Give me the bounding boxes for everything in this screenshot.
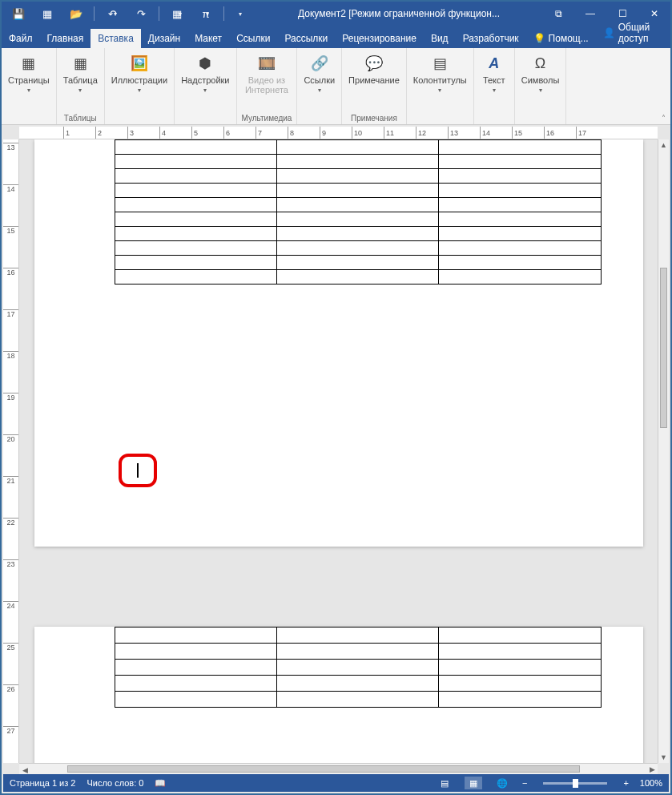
table-cell[interactable] bbox=[276, 270, 438, 285]
qat-customize-button[interactable]: ▾ bbox=[228, 2, 256, 26]
table-cell[interactable] bbox=[115, 198, 276, 212]
document-table-2[interactable] bbox=[115, 627, 602, 708]
tab-references[interactable]: Ссылки bbox=[229, 29, 277, 48]
scroll-thumb[interactable] bbox=[660, 268, 667, 428]
table-cell[interactable] bbox=[439, 676, 601, 692]
header-footer-button[interactable]: ▤ Колонтитулы▾ bbox=[412, 51, 469, 95]
tab-layout[interactable]: Макет bbox=[187, 29, 229, 48]
tab-insert[interactable]: Вставка bbox=[91, 29, 141, 48]
table-cell[interactable] bbox=[115, 140, 276, 155]
tab-review[interactable]: Рецензирование bbox=[335, 29, 424, 48]
table-cell[interactable] bbox=[115, 676, 276, 692]
tell-me-button[interactable]: 💡Помощ... bbox=[526, 29, 596, 48]
spell-check-icon[interactable]: 📖 bbox=[155, 778, 166, 789]
web-layout-button[interactable]: 🌐 bbox=[493, 777, 511, 789]
read-mode-button[interactable]: ▤ bbox=[436, 777, 453, 789]
scroll-up-button[interactable]: ▲ bbox=[658, 139, 669, 151]
illustrations-button[interactable]: 🖼️ Иллюстрации▾ bbox=[110, 51, 169, 95]
word-count-status[interactable]: Число слов: 0 bbox=[87, 778, 143, 788]
table-cell[interactable] bbox=[439, 660, 601, 676]
insert-table-qat-button[interactable]: ▦▾ bbox=[163, 2, 191, 26]
tab-home[interactable]: Главная bbox=[40, 29, 91, 48]
table-cell[interactable] bbox=[276, 256, 438, 270]
text-button[interactable]: A Текст▾ bbox=[479, 51, 509, 95]
vertical-ruler[interactable]: 131415161718192021222324252627 bbox=[3, 139, 19, 763]
table-cell[interactable] bbox=[115, 212, 276, 227]
tab-mailings[interactable]: Рассылки bbox=[277, 29, 335, 48]
table-cell[interactable] bbox=[115, 644, 276, 660]
table-cell[interactable] bbox=[439, 628, 601, 644]
table-cell[interactable] bbox=[439, 140, 601, 155]
table-cell[interactable] bbox=[276, 241, 438, 256]
open-button[interactable]: 📂 bbox=[62, 2, 90, 26]
zoom-out-button[interactable]: − bbox=[522, 778, 527, 788]
table-cell[interactable] bbox=[276, 212, 438, 227]
table-cell[interactable] bbox=[276, 628, 438, 644]
redo-button[interactable]: ↷ bbox=[127, 2, 155, 26]
table-cell[interactable] bbox=[276, 227, 438, 241]
document-page-1[interactable] bbox=[34, 139, 643, 547]
table-cell[interactable] bbox=[115, 227, 276, 241]
table-cell[interactable] bbox=[276, 692, 438, 708]
vertical-scrollbar[interactable]: ▲ ▼ bbox=[658, 139, 669, 763]
table-cell[interactable] bbox=[439, 155, 601, 169]
tab-file[interactable]: Файл bbox=[2, 29, 40, 48]
table-cell[interactable] bbox=[439, 198, 601, 212]
table-cell[interactable] bbox=[439, 184, 601, 198]
table-cell[interactable] bbox=[276, 660, 438, 676]
table-cell[interactable] bbox=[439, 241, 601, 256]
table-cell[interactable] bbox=[276, 155, 438, 169]
document-table-1[interactable] bbox=[115, 139, 602, 285]
table-cell[interactable] bbox=[276, 140, 438, 155]
pages-button[interactable]: ▦ Страницы▾ bbox=[6, 51, 51, 95]
table-cell[interactable] bbox=[439, 692, 601, 708]
horizontal-ruler[interactable]: 1234567891011121314151617 bbox=[19, 127, 658, 139]
comment-button[interactable]: 💬 Примечание bbox=[347, 51, 401, 87]
scroll-down-button[interactable]: ▼ bbox=[658, 752, 669, 763]
table-cell[interactable] bbox=[115, 169, 276, 184]
table-cell[interactable] bbox=[115, 184, 276, 198]
document-page-2[interactable] bbox=[34, 627, 643, 763]
table-cell[interactable] bbox=[439, 644, 601, 660]
table-cell[interactable] bbox=[115, 241, 276, 256]
page-status[interactable]: Страница 1 из 2 bbox=[10, 778, 75, 788]
table-button[interactable]: ▦ Таблица▾ bbox=[62, 51, 99, 95]
zoom-slider[interactable] bbox=[543, 782, 607, 785]
table-cell[interactable] bbox=[115, 256, 276, 270]
table-cell[interactable] bbox=[276, 198, 438, 212]
symbols-button[interactable]: Ω Символы▾ bbox=[520, 51, 561, 95]
table-cell[interactable] bbox=[439, 169, 601, 184]
equation-qat-button[interactable]: π▾ bbox=[192, 2, 219, 26]
save-button[interactable]: 💾 bbox=[5, 2, 32, 26]
online-video-button[interactable]: 🎞️ Видео из Интернета bbox=[243, 51, 290, 96]
table-cell[interactable] bbox=[276, 169, 438, 184]
collapse-ribbon-button[interactable]: ˄ bbox=[662, 114, 666, 123]
tab-design[interactable]: Дизайн bbox=[141, 29, 187, 48]
links-button[interactable]: 🔗 Ссылки▾ bbox=[302, 51, 336, 95]
new-document-button[interactable]: ▦ bbox=[34, 2, 61, 26]
table-cell[interactable] bbox=[439, 256, 601, 270]
table-cell[interactable] bbox=[276, 184, 438, 198]
document-canvas[interactable] bbox=[19, 139, 658, 763]
table-cell[interactable] bbox=[439, 270, 601, 285]
table-cell[interactable] bbox=[115, 155, 276, 169]
horizontal-scrollbar[interactable]: ◀ ▶ bbox=[19, 763, 658, 774]
table-cell[interactable] bbox=[115, 270, 276, 285]
print-layout-button[interactable]: ▦ bbox=[465, 777, 482, 789]
tab-developer[interactable]: Разработчик bbox=[456, 29, 526, 48]
table-cell[interactable] bbox=[115, 692, 276, 708]
ribbon-options-button[interactable]: ⧉ bbox=[542, 2, 574, 26]
zoom-level[interactable]: 100% bbox=[640, 778, 662, 788]
tab-view[interactable]: Вид bbox=[424, 29, 456, 48]
table-cell[interactable] bbox=[276, 644, 438, 660]
table-cell[interactable] bbox=[115, 628, 276, 644]
addins-button[interactable]: ⬢ Надстройки▾ bbox=[179, 51, 231, 95]
hscroll-thumb[interactable] bbox=[67, 765, 580, 773]
share-button[interactable]: 👤Общий доступ bbox=[596, 18, 670, 48]
undo-button[interactable]: ↶▾ bbox=[99, 2, 126, 26]
table-cell[interactable] bbox=[115, 660, 276, 676]
scroll-right-button[interactable]: ▶ bbox=[646, 764, 658, 774]
table-cell[interactable] bbox=[439, 227, 601, 241]
table-cell[interactable] bbox=[276, 676, 438, 692]
zoom-in-button[interactable]: + bbox=[623, 778, 628, 788]
